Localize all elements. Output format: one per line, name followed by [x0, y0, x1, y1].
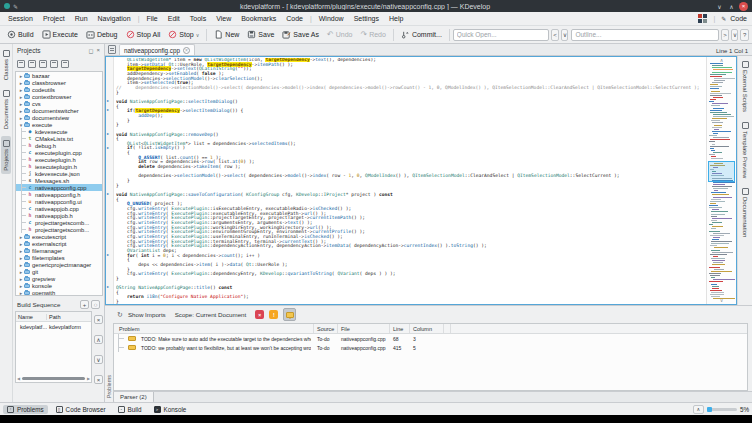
- tree-item-executescript[interactable]: ▸executescript: [16, 233, 102, 240]
- redo-button[interactable]: ↷Redo: [356, 29, 389, 41]
- fold-marker-icon[interactable]: ▸: [107, 146, 109, 150]
- menu-tools[interactable]: Tools: [185, 14, 211, 23]
- dock-tab-external-scripts[interactable]: External Scripts: [738, 56, 752, 117]
- dock-tab-documentation[interactable]: Documentation: [738, 183, 752, 242]
- tree-item-git[interactable]: ▸git: [16, 268, 102, 275]
- add-to-build-sequence-button[interactable]: +: [80, 300, 89, 309]
- column-header[interactable]: File: [338, 324, 390, 333]
- chevron-down-icon[interactable]: ∨: [731, 29, 738, 41]
- maximize-icon[interactable]: ∧: [727, 2, 736, 11]
- editor-gutter[interactable]: ▸▸▸▸▸▸▸: [106, 57, 114, 304]
- close-panel-icon[interactable]: ×: [96, 47, 100, 54]
- sidebar-tab-classes[interactable]: Classes: [1, 46, 11, 84]
- code-editor[interactable]: ▸▸▸▸▸▸▸ QListWidgetItem* item = new QLis…: [105, 56, 737, 305]
- tree-item-codeutils[interactable]: ▸codeutils: [16, 86, 102, 93]
- tree-item-filetemplates[interactable]: ▸filetemplates: [16, 254, 102, 261]
- tree-item-nativeappconfig-ui[interactable]: unativeappconfig.ui: [16, 198, 102, 205]
- refresh-icon[interactable]: ↻: [117, 311, 123, 319]
- save-button[interactable]: Save: [243, 28, 278, 42]
- back-icon[interactable]: <: [551, 29, 560, 41]
- tree-item-kdevexecute[interactable]: ●kdevexecute: [16, 128, 102, 135]
- tree-item-cvs[interactable]: ▸cvs: [16, 100, 102, 107]
- tree-item-documentswitcher[interactable]: ▸documentswitcher: [16, 107, 102, 114]
- minimap-viewport[interactable]: [708, 161, 735, 182]
- tree-item-kdevexecute-json[interactable]: jkdevexecute.json: [16, 170, 102, 177]
- menu-run[interactable]: Run: [70, 14, 93, 23]
- quick-open-input[interactable]: [453, 29, 549, 41]
- tree-item-openwith[interactable]: ▸openwith: [16, 289, 102, 296]
- build-sequence-settings-icon[interactable]: ◌: [91, 300, 100, 309]
- problems-table[interactable]: ProblemSourceFileLineColumn TODO: Make s…: [113, 323, 748, 391]
- editor-tab[interactable]: nativeappconfig.cpp ×: [119, 44, 195, 55]
- tree-item-bazaar[interactable]: ▸bazaar: [16, 72, 102, 79]
- problems-panel-handle[interactable]: Problems: [105, 306, 113, 402]
- area-switcher-icon[interactable]: [698, 14, 707, 23]
- menu-file[interactable]: File: [141, 14, 162, 23]
- tree-item-nativeappjob-cpp[interactable]: cnativeappjob.cpp: [16, 205, 102, 212]
- close-icon[interactable]: ×: [739, 2, 748, 11]
- hints-filter-icon[interactable]: [283, 308, 296, 321]
- save-as-button[interactable]: Save As: [278, 28, 323, 42]
- menu-view[interactable]: View: [211, 14, 236, 23]
- column-header[interactable]: Line: [390, 324, 410, 333]
- sidebar-tab-documents[interactable]: Documents: [1, 86, 11, 133]
- execute-button[interactable]: Execute: [38, 28, 82, 42]
- errors-filter-icon[interactable]: ×: [255, 310, 264, 319]
- problem-row[interactable]: TODO: Make sure to auto add the executab…: [114, 334, 747, 343]
- sidebar-tab-projects[interactable]: Projects: [1, 136, 11, 175]
- stop-button[interactable]: Stop∨: [164, 28, 203, 42]
- tree-item-executeplugin-cpp[interactable]: cexecuteplugin.cpp: [16, 149, 102, 156]
- build-sequence-row[interactable]: kdevplatf...kdevplatform: [16, 322, 91, 331]
- fold-marker-icon[interactable]: ▸: [107, 99, 109, 103]
- column-header[interactable]: Column: [410, 324, 444, 333]
- code-text[interactable]: QListWidgetItem* item = new QListWidgetI…: [116, 58, 704, 304]
- tree-item-messages-sh[interactable]: sMessages.sh: [16, 177, 102, 184]
- tree-item-nativeappconfig-cpp[interactable]: cnativeappconfig.cpp: [16, 184, 102, 191]
- debug-button[interactable]: Debug: [82, 28, 122, 42]
- tree-item-iexecuteplugin-h[interactable]: hiexecuteplugin.h: [16, 163, 102, 170]
- menu-code[interactable]: Code: [281, 14, 308, 23]
- menu-settings[interactable]: Settings: [349, 14, 384, 23]
- fold-marker-icon[interactable]: ▸: [107, 285, 109, 289]
- panel-toolbar-icon[interactable]: [17, 60, 25, 68]
- fold-marker-icon[interactable]: ▸: [107, 108, 109, 112]
- close-tab-icon[interactable]: ×: [183, 47, 190, 54]
- menu-edit[interactable]: Edit: [163, 14, 185, 23]
- tree-item-projecttargetscomb-[interactable]: cprojecttargetscomb...: [16, 219, 102, 226]
- fold-marker-icon[interactable]: ▸: [107, 132, 109, 136]
- tree-item-filemanager[interactable]: ▸filemanager: [16, 247, 102, 254]
- fold-marker-icon[interactable]: ▸: [107, 192, 109, 196]
- tree-item-grepview[interactable]: ▸grepview: [16, 275, 102, 282]
- move-down-button[interactable]: ∨: [94, 355, 103, 364]
- scope-dropdown[interactable]: Scope: Current Document: [171, 310, 251, 319]
- menu-bookmarks[interactable]: Bookmarks: [236, 14, 281, 23]
- tree-item-projecttargetscomb-[interactable]: hprojecttargetscomb...: [16, 226, 102, 233]
- project-tree[interactable]: ▸bazaar▸classbrowser▸codeutils▸contextbr…: [15, 71, 103, 296]
- toolview-toggle-code-browser[interactable]: {}Code Browser: [52, 405, 110, 414]
- tree-item-nativeappjob-h[interactable]: hnativeappjob.h: [16, 212, 102, 219]
- chevron-up-icon[interactable]: ∧: [693, 405, 704, 414]
- document-list-icon[interactable]: [108, 45, 116, 54]
- build-button[interactable]: Build: [3, 28, 38, 42]
- toolview-toggle-problems[interactable]: !Problems: [3, 405, 48, 414]
- menu-help[interactable]: Help: [384, 14, 408, 23]
- panel-toolbar-icon[interactable]: [50, 60, 58, 68]
- minimap-scrollbar[interactable]: ∧ ∨: [706, 57, 736, 304]
- tree-item-contextbrowser[interactable]: ▸contextbrowser: [16, 93, 102, 100]
- tree-item-debug-h[interactable]: hdebug.h: [16, 142, 102, 149]
- problem-row[interactable]: TODO: we probably want to flexibilize, b…: [114, 343, 747, 352]
- build-sequence-table[interactable]: Name Path kdevplatf...kdevplatform ◀▶: [15, 311, 92, 383]
- minimize-icon[interactable]: ∨: [715, 2, 724, 11]
- tree-item-executeplugin-h[interactable]: hexecuteplugin.h: [16, 156, 102, 163]
- horizontal-scrollbar[interactable]: ◀▶: [17, 376, 90, 381]
- warnings-filter-icon[interactable]: !: [269, 310, 278, 319]
- tree-item-execute[interactable]: ▾execute: [16, 121, 102, 128]
- chevron-down-icon[interactable]: ∨: [561, 29, 568, 41]
- remove-all-button[interactable]: ×: [94, 375, 103, 384]
- tree-item-konsole[interactable]: ▸konsole: [16, 282, 102, 289]
- panel-toolbar-icon[interactable]: [28, 60, 36, 68]
- tree-item-nativeappconfig-h[interactable]: hnativeappconfig.h: [16, 191, 102, 198]
- tree-item-externalscript[interactable]: ▸externalscript: [16, 240, 102, 247]
- tree-item-genericprojectmanager[interactable]: ▸genericprojectmanager: [16, 261, 102, 268]
- menu-session[interactable]: Session: [3, 14, 38, 23]
